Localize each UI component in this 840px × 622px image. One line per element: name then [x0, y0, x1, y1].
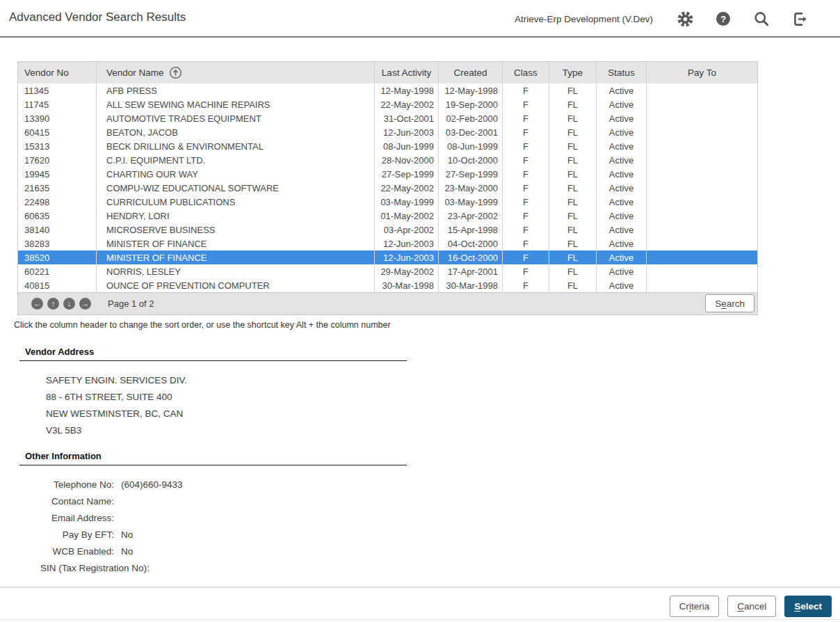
column-header-class[interactable]: Class — [503, 62, 549, 83]
table-row[interactable]: 38283MINISTER OF FINANCE12-Jun-200304-Oc… — [18, 237, 757, 250]
table-row-vendor-no: 15313 — [18, 139, 97, 153]
table-row-type: FL — [549, 153, 597, 167]
table-row-last-activity: 30-Mar-1998 — [375, 278, 439, 292]
info-row: SIN (Tax Registration No): — [40, 560, 407, 577]
table-row-class: F — [503, 125, 549, 139]
vendor-results-table: Vendor No Vendor Name Last Activity Crea… — [17, 61, 758, 315]
table-row[interactable]: 60635HENDRY, LORI01-May-200223-Apr-2002F… — [18, 209, 757, 223]
table-row-vendor-name: CHARTING OUR WAY — [97, 167, 375, 181]
info-row: Telephone No:(604)660-9433 — [40, 477, 407, 493]
bottom-line — [0, 619, 840, 620]
table-row-type: FL — [549, 97, 597, 111]
header-right: Atrieve-Erp Development (V.Dev) ? — [515, 0, 809, 38]
table-row-pay-to — [647, 195, 757, 209]
column-header-label: Status — [608, 67, 634, 78]
bottom-divider — [0, 587, 840, 588]
column-header-last-activity[interactable]: Last Activity — [375, 62, 439, 83]
info-row-label: Contact Name: — [40, 493, 114, 510]
table-row-created: 12-May-1998 — [439, 83, 503, 97]
help-icon[interactable]: ? — [714, 10, 732, 28]
page-up-icon[interactable]: ↑ — [47, 298, 59, 310]
column-header-label: Last Activity — [382, 67, 431, 78]
table-row-vendor-name: MINISTER OF FINANCE — [97, 237, 375, 250]
logout-icon[interactable] — [791, 10, 809, 28]
table-row[interactable]: 40815OUNCE OF PREVENTION COMPUTER30-Mar-… — [18, 278, 757, 292]
gear-icon[interactable] — [676, 10, 694, 28]
page-first-icon[interactable]: ← — [31, 298, 43, 310]
table-row[interactable]: 19945CHARTING OUR WAY27-Sep-199927-Sep-1… — [18, 167, 757, 181]
table-row-class: F — [503, 209, 549, 223]
table-row-vendor-no: 60635 — [18, 209, 97, 223]
select-button-accesskey: S — [794, 601, 800, 612]
table-row-type: FL — [549, 278, 597, 292]
table-row[interactable]: 11345AFB PRESS12-May-199812-May-1998FFLA… — [18, 83, 757, 97]
table-row[interactable]: 38520MINISTER OF FINANCE12-Jun-200316-Oc… — [18, 250, 757, 264]
column-header-pay-to[interactable]: Pay To — [647, 62, 757, 83]
search-button-label: S — [715, 298, 721, 309]
page-down-icon[interactable]: ↓ — [63, 298, 75, 310]
table-row-status: Active — [597, 167, 647, 181]
table-row[interactable]: 13390AUTOMOTIVE TRADES EQUIPMENT31-Oct-2… — [18, 111, 757, 125]
column-header-label: Created — [453, 67, 487, 78]
table-header-row: Vendor No Vendor Name Last Activity Crea… — [18, 62, 757, 83]
table-row-class: F — [503, 83, 549, 97]
app-header: Advanced Vendor Search Results Atrieve-E… — [0, 0, 840, 38]
column-header-type[interactable]: Type — [549, 62, 597, 83]
address-line: 88 - 6TH STREET, SUITE 400 — [46, 389, 407, 406]
table-row[interactable]: 22498CURRICULUM PUBLICATIONS03-May-19990… — [18, 195, 757, 209]
table-row-created: 03-May-1999 — [439, 195, 503, 209]
column-header-vendor-no[interactable]: Vendor No — [18, 62, 97, 83]
table-row-status: Active — [597, 139, 647, 153]
table-row-status: Active — [597, 195, 647, 209]
table-row-vendor-no: 22498 — [18, 195, 97, 209]
info-row-value: No — [121, 543, 133, 560]
table-row-vendor-name: MINISTER OF FINANCE — [97, 250, 375, 264]
cancel-button-accesskey: C — [737, 601, 744, 612]
pagination-controls: ← ↑ ↓ → — [31, 298, 91, 310]
criteria-button[interactable]: Criteria — [670, 596, 720, 617]
table-row-pay-to — [647, 209, 757, 223]
table-row[interactable]: 60415BEATON, JACOB12-Jun-200303-Dec-2001… — [18, 125, 757, 139]
table-row-class: F — [503, 250, 549, 264]
other-information-section: Other Information Telephone No:(604)660-… — [19, 451, 407, 577]
table-row-vendor-name: AUTOMOTIVE TRADES EQUIPMENT — [97, 111, 375, 125]
select-button[interactable]: Select — [784, 596, 832, 617]
table-row[interactable]: 15313BECK DRILLING & ENVIRONMENTAL08-Jun… — [18, 139, 757, 153]
table-row-pay-to — [647, 97, 757, 111]
table-row-last-activity: 22-May-2002 — [375, 181, 439, 195]
sort-hint-text: Click the column header to change the so… — [14, 320, 391, 330]
table-row-class: F — [503, 111, 549, 125]
table-row-pay-to — [647, 223, 757, 237]
table-row[interactable]: 21635COMPU-WIZ EDUCATIONAL SOFTWARE22-Ma… — [18, 181, 757, 195]
search-button[interactable]: Search — [705, 294, 754, 312]
page-last-icon[interactable]: → — [79, 298, 91, 310]
table-row-class: F — [503, 237, 549, 250]
table-row[interactable]: 11745ALL SEW SEWING MACHINE REPAIRS22-Ma… — [18, 97, 757, 111]
table-row-vendor-no: 60221 — [18, 264, 97, 278]
table-row-created: 27-Sep-1999 — [439, 167, 503, 181]
table-row-class: F — [503, 153, 549, 167]
table-row-last-activity: 28-Nov-2000 — [375, 153, 439, 167]
table-row-pay-to — [647, 83, 757, 97]
page-title: Advanced Vendor Search Results — [9, 10, 186, 24]
table-row[interactable]: 17620C.P.I. EQUIPMENT LTD.28-Nov-200010-… — [18, 153, 757, 167]
table-row-class: F — [503, 97, 549, 111]
column-header-status[interactable]: Status — [597, 62, 647, 83]
table-row[interactable]: 38140MICROSERVE BUSINESS03-Apr-200215-Ap… — [18, 223, 757, 237]
table-row-type: FL — [549, 167, 597, 181]
table-row[interactable]: 60221NORRIS, LESLEY29-May-200217-Apr-200… — [18, 264, 757, 278]
info-row-label: Pay By EFT: — [40, 527, 114, 543]
svg-text:?: ? — [720, 14, 726, 24]
table-row-vendor-name: HENDRY, LORI — [97, 209, 375, 223]
criteria-button-label: Cr — [679, 601, 689, 612]
table-row-last-activity: 31-Oct-2001 — [375, 111, 439, 125]
table-row-class: F — [503, 264, 549, 278]
table-row-pay-to — [647, 250, 757, 264]
table-row-vendor-no: 40815 — [18, 278, 97, 292]
search-icon[interactable] — [752, 10, 770, 28]
vendor-address-heading: Vendor Address — [19, 346, 407, 357]
column-header-created[interactable]: Created — [439, 62, 503, 83]
column-header-vendor-name[interactable]: Vendor Name — [97, 62, 375, 83]
table-row-class: F — [503, 181, 549, 195]
cancel-button[interactable]: Cancel — [727, 596, 776, 617]
